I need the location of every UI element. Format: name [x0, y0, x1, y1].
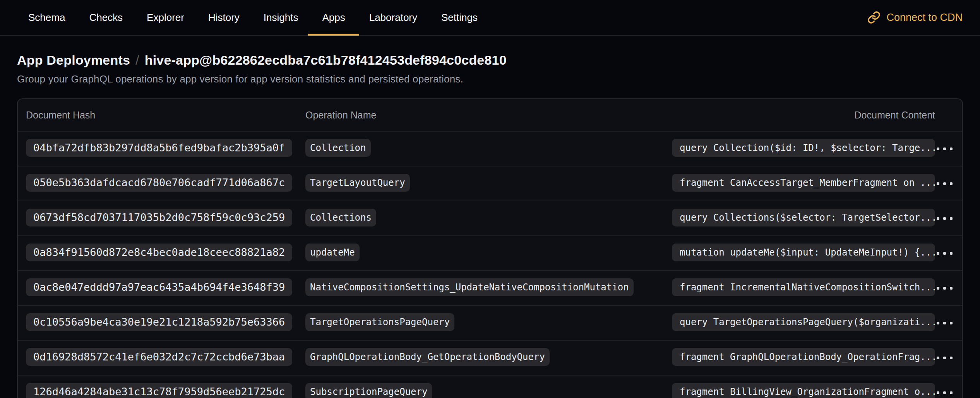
operation-name: NativeCompositionSettings_UpdateNativeCo…	[305, 278, 634, 296]
document-content: mutation updateMe($input: UpdateMeInput!…	[672, 244, 935, 261]
table-row: 126d46a4284abe31c13c78f7959d56eeb21725dc…	[18, 375, 962, 398]
table-row: 0a834f91560d872e8c4bec0ade18ceec88821a82…	[18, 235, 962, 270]
document-content: query Collections($selector: TargetSelec…	[672, 209, 935, 226]
document-hash: 0673df58cd7037117035b2d0c758f59c0c93c259	[26, 209, 292, 226]
nav-tab-insights[interactable]: Insights	[264, 0, 298, 35]
operation-name: GraphQLOperationBody_GetOperationBodyQue…	[305, 348, 550, 366]
table-row: 0673df58cd7037117035b2d0c758f59c0c93c259…	[18, 201, 962, 235]
table-body: 04bfa72dfb83b297dd8a5b6fed9bafac2b395a0f…	[18, 131, 962, 398]
row-menu-button[interactable]	[935, 144, 954, 154]
nav-tab-history[interactable]: History	[208, 0, 240, 35]
document-content: query Collection($id: ID!, $selector: Ta…	[672, 139, 935, 157]
app-deployment-page: App Deployments / hive-app@b622862ecdba7…	[0, 53, 980, 398]
document-content: fragment BillingView_OrganizationFragmen…	[672, 383, 935, 398]
nav-tabs: Schema Checks Explorer History Insights …	[28, 0, 478, 35]
row-menu-button[interactable]	[935, 213, 954, 224]
row-menu-button[interactable]	[935, 353, 954, 363]
page-subtitle: Group your GraphQL operations by app ver…	[17, 73, 963, 85]
document-content: fragment CanAccessTarget_MemberFragment …	[672, 174, 935, 192]
table-row: 050e5b363dafdcacd6780e706cadf771d06a867c…	[18, 166, 962, 201]
operation-name: Collections	[305, 209, 376, 226]
nav-tab-laboratory[interactable]: Laboratory	[369, 0, 417, 35]
nav-tab-checks[interactable]: Checks	[89, 0, 123, 35]
column-header-operation-name: Operation Name	[305, 110, 672, 121]
nav-tab-settings[interactable]: Settings	[441, 0, 478, 35]
document-content: fragment IncrementalNativeCompositionSwi…	[672, 278, 935, 296]
document-hash: 126d46a4284abe31c13c78f7959d56eeb21725dc	[26, 383, 292, 398]
table-row: 0d16928d8572c41ef6e032d2c7c72ccbd6e73baa…	[18, 340, 962, 375]
document-content: query TargetOperationsPageQuery($organiz…	[672, 313, 935, 331]
nav-tab-explorer[interactable]: Explorer	[147, 0, 184, 35]
operation-name: SubscriptionPageQuery	[305, 383, 432, 398]
table-header-row: Document Hash Operation Name Document Co…	[18, 99, 962, 131]
connect-to-cdn-label: Connect to CDN	[886, 12, 963, 24]
breadcrumb-separator: /	[135, 53, 139, 68]
row-menu-button[interactable]	[935, 248, 954, 259]
document-hash: 0a834f91560d872e8c4bec0ade18ceec88821a82	[26, 244, 292, 261]
document-hash: 0c10556a9be4ca30e19e21c1218a592b75e63366	[26, 313, 292, 331]
operation-name: updateMe	[305, 244, 360, 261]
documents-table: Document Hash Operation Name Document Co…	[17, 98, 963, 398]
table-row: 0c10556a9be4ca30e19e21c1218a592b75e63366…	[18, 305, 962, 340]
document-hash: 050e5b363dafdcacd6780e706cadf771d06a867c	[26, 174, 292, 192]
document-content: fragment GraphQLOperationBody_OperationF…	[672, 348, 935, 366]
document-hash: 04bfa72dfb83b297dd8a5b6fed9bafac2b395a0f	[26, 139, 292, 157]
connect-to-cdn-button[interactable]: Connect to CDN	[867, 11, 963, 24]
top-nav: Schema Checks Explorer History Insights …	[0, 0, 980, 36]
document-hash: 0d16928d8572c41ef6e032d2c7c72ccbd6e73baa	[26, 348, 292, 366]
column-header-document-content: Document Content	[672, 110, 935, 121]
link-icon	[867, 11, 881, 24]
operation-name: Collection	[305, 139, 371, 157]
row-menu-button[interactable]	[935, 283, 954, 293]
breadcrumb-deployment-name: hive-app@b622862ecdba7c61b78f412453def89…	[145, 53, 507, 68]
nav-tab-apps[interactable]: Apps	[322, 0, 345, 35]
operation-name: TargetLayoutQuery	[305, 174, 410, 192]
row-menu-button[interactable]	[935, 318, 954, 328]
document-hash: 0ac8e047eddd97a97eac6435a4b694f4e3648f39	[26, 278, 292, 296]
table-row: 0ac8e047eddd97a97eac6435a4b694f4e3648f39…	[18, 270, 962, 305]
row-menu-button[interactable]	[935, 178, 954, 189]
operation-name: TargetOperationsPageQuery	[305, 313, 454, 331]
breadcrumb-app-deployments[interactable]: App Deployments	[17, 53, 130, 68]
nav-tab-schema[interactable]: Schema	[28, 0, 65, 35]
row-menu-button[interactable]	[935, 388, 954, 398]
table-row: 04bfa72dfb83b297dd8a5b6fed9bafac2b395a0f…	[18, 131, 962, 166]
breadcrumb: App Deployments / hive-app@b622862ecdba7…	[17, 53, 963, 68]
column-header-document-hash: Document Hash	[26, 110, 305, 121]
